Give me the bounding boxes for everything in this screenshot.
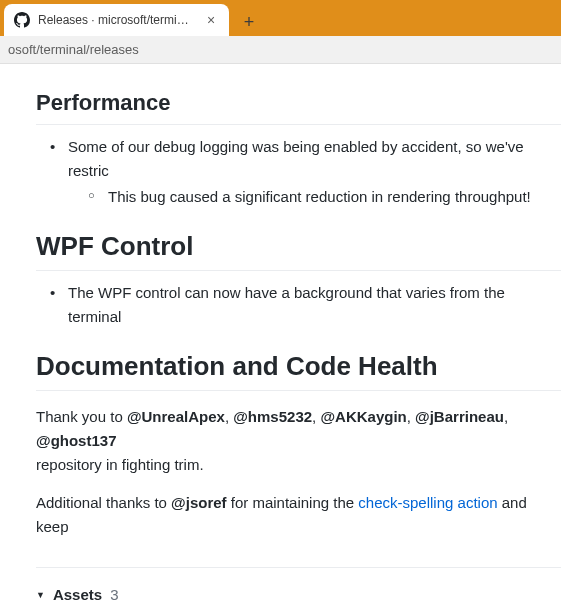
wpf-list: The WPF control can now have a backgroun…: [36, 281, 561, 329]
new-tab-button[interactable]: +: [235, 8, 263, 36]
mention[interactable]: @hms5232: [233, 408, 312, 425]
page-content: Performance Some of our debug logging wa…: [0, 64, 561, 600]
thankyou-paragraph-2: Additional thanks to @jsoref for maintai…: [36, 491, 561, 539]
docs-heading: Documentation and Code Health: [36, 351, 561, 391]
list-item: This bug caused a significant reduction …: [96, 185, 561, 209]
close-tab-icon[interactable]: ×: [203, 12, 219, 28]
mention[interactable]: @AKKaygin: [320, 408, 406, 425]
mention[interactable]: @jBarrineau: [415, 408, 504, 425]
github-favicon: [14, 12, 30, 28]
thankyou-paragraph-1: Thank you to @UnrealApex, @hms5232, @AKK…: [36, 405, 561, 477]
divider: [36, 567, 561, 568]
url-text: osoft/terminal/releases: [8, 42, 139, 57]
performance-heading: Performance: [36, 90, 561, 125]
performance-list: Some of our debug logging was being enab…: [36, 135, 561, 209]
tab-title: Releases · microsoft/terminal · Gi: [38, 13, 195, 27]
wpf-heading: WPF Control: [36, 231, 561, 271]
browser-tab-bar: Releases · microsoft/terminal · Gi × +: [0, 0, 561, 36]
assets-toggle[interactable]: ▼ Assets 3: [36, 586, 561, 600]
list-item: Some of our debug logging was being enab…: [56, 135, 561, 209]
mention[interactable]: @UnrealApex: [127, 408, 225, 425]
mention[interactable]: @ghost137: [36, 432, 116, 449]
check-spelling-link[interactable]: check-spelling action: [358, 494, 497, 511]
caret-down-icon: ▼: [36, 590, 45, 600]
address-bar[interactable]: osoft/terminal/releases: [0, 36, 561, 64]
mention[interactable]: @jsoref: [171, 494, 226, 511]
browser-tab[interactable]: Releases · microsoft/terminal · Gi ×: [4, 4, 229, 36]
list-item: The WPF control can now have a backgroun…: [56, 281, 561, 329]
